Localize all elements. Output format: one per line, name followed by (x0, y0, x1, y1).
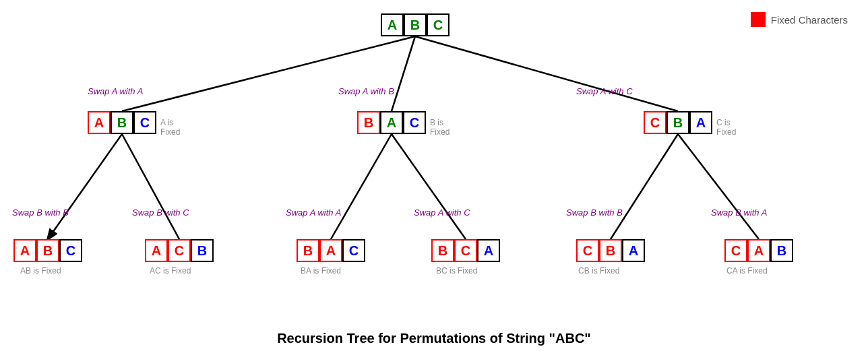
l1-2-swap-label: Swap A with C (576, 86, 633, 96)
legend-icon (751, 12, 766, 27)
l1-2-cell-2: A (689, 111, 712, 134)
l2-node-2: B A C (297, 239, 365, 262)
l2-5-cell-1: A (747, 239, 770, 262)
l2-2-cell-1: A (319, 239, 342, 262)
l1-1-cell-1: A (380, 111, 403, 134)
l2-0-cell-2: C (59, 239, 82, 262)
l2-5-swap-label: Swap B with A (711, 207, 767, 218)
l1-node-2: C B A (644, 111, 712, 134)
legend: Fixed Characters (751, 12, 848, 27)
l1-node-0: A B C (88, 111, 156, 134)
l1-1-cell-2: C (403, 111, 426, 134)
l2-node-0: A B C (13, 239, 82, 262)
l2-2-cell-2: C (342, 239, 365, 262)
root-cell-2: C (427, 13, 450, 36)
l2-1-cell-2: B (191, 239, 214, 262)
l2-2-cell-0: B (297, 239, 319, 262)
l1-0-fixed-label: A isFixed (160, 118, 180, 137)
l2-0-swap-label: Swap B with B (12, 207, 69, 218)
svg-line-2 (415, 36, 678, 111)
main-container: Fixed Characters A B C A B C A isFixed S… (0, 0, 868, 353)
l2-5-cell-0: C (724, 239, 747, 262)
svg-line-3 (48, 134, 122, 239)
root-node: A B C (381, 13, 450, 36)
l1-2-cell-1: B (666, 111, 689, 134)
svg-line-0 (122, 36, 415, 111)
l1-2-cell-0: C (644, 111, 666, 134)
l2-node-5: C A B (724, 239, 793, 262)
root-cell-0: A (381, 13, 404, 36)
l1-0-swap-label: Swap A with A (88, 86, 143, 96)
l2-3-swap-label: Swap A with C (414, 207, 470, 218)
svg-line-8 (678, 134, 759, 239)
l2-0-cell-0: A (13, 239, 36, 262)
l2-3-cell-2: A (477, 239, 500, 262)
tree-lines (0, 0, 868, 353)
l2-node-1: A C B (145, 239, 214, 262)
svg-line-5 (331, 134, 392, 239)
l1-0-cell-2: C (133, 111, 156, 134)
l1-2-fixed-label: C isFixed (716, 118, 736, 137)
l1-node-1: B A C (357, 111, 426, 134)
l2-4-fixed-label: CB is Fixed (578, 266, 619, 276)
l2-2-swap-label: Swap A with A (286, 207, 341, 218)
l2-4-cell-2: A (622, 239, 645, 262)
l2-3-cell-0: B (431, 239, 454, 262)
svg-line-4 (122, 134, 179, 239)
l2-4-swap-label: Swap B with B (566, 207, 623, 218)
l2-node-3: B C A (431, 239, 500, 262)
svg-line-7 (611, 134, 678, 239)
svg-line-1 (392, 36, 415, 111)
l1-0-cell-1: B (111, 111, 133, 134)
l1-0-cell-0: A (88, 111, 111, 134)
bottom-title: Recursion Tree for Permutations of Strin… (277, 331, 591, 346)
l2-1-cell-1: C (168, 239, 191, 262)
l2-node-4: C B A (576, 239, 645, 262)
l2-2-fixed-label: BA is Fixed (301, 266, 341, 276)
l2-1-fixed-label: AC is Fixed (150, 266, 191, 276)
legend-label: Fixed Characters (771, 14, 848, 26)
l2-0-fixed-label: AB is Fixed (20, 266, 61, 276)
l2-1-cell-0: A (145, 239, 168, 262)
l1-1-swap-label: Swap A with B (338, 86, 394, 96)
l2-0-cell-1: B (36, 239, 59, 262)
l2-3-cell-1: C (454, 239, 477, 262)
l2-1-swap-label: Swap B with C (132, 207, 189, 218)
svg-line-6 (392, 134, 466, 239)
l2-5-fixed-label: CA is Fixed (726, 266, 768, 276)
l2-4-cell-0: C (576, 239, 599, 262)
l1-1-cell-0: B (357, 111, 380, 134)
l2-3-fixed-label: BC is Fixed (436, 266, 477, 276)
l2-4-cell-1: B (599, 239, 622, 262)
l1-1-fixed-label: B isFixed (430, 118, 450, 137)
l2-5-cell-2: B (770, 239, 793, 262)
root-cell-1: B (404, 13, 427, 36)
